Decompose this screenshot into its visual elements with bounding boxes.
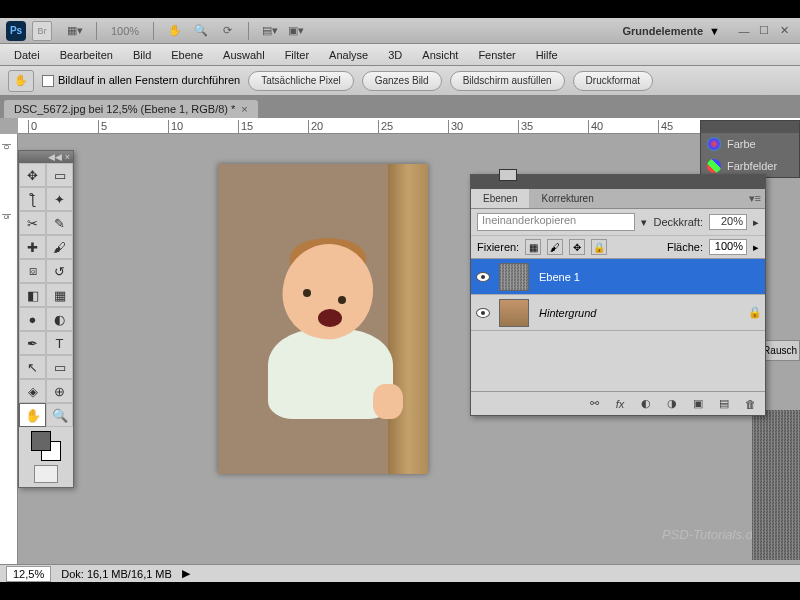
minimize-button[interactable]: — bbox=[737, 24, 751, 38]
close-tab-icon[interactable]: × bbox=[241, 103, 247, 115]
heal-tool[interactable]: ✚ bbox=[19, 235, 46, 259]
blur-tool[interactable]: ● bbox=[19, 307, 46, 331]
options-bar: ✋ Bildlauf in allen Fenstern durchführen… bbox=[0, 66, 800, 96]
arrange-dropdown-icon[interactable]: ▤▾ bbox=[261, 22, 279, 40]
dodge-tool[interactable]: ◐ bbox=[46, 307, 73, 331]
rotate-icon[interactable]: ⟳ bbox=[218, 22, 236, 40]
document-tab[interactable]: DSC_5672.jpg bei 12,5% (Ebene 1, RGB/8) … bbox=[4, 100, 258, 118]
marquee-tool[interactable]: ▭ bbox=[46, 163, 73, 187]
menu-ebene[interactable]: Ebene bbox=[161, 46, 213, 64]
layers-panel-grab[interactable] bbox=[471, 175, 765, 189]
zoom-level[interactable]: 100% bbox=[111, 25, 139, 37]
lock-all-icon[interactable]: 🔒 bbox=[591, 239, 607, 255]
print-size-button[interactable]: Druckformat bbox=[573, 71, 653, 91]
move-tool[interactable]: ✥ bbox=[19, 163, 46, 187]
opacity-input[interactable]: 20% bbox=[709, 214, 747, 230]
swatches-icon bbox=[707, 159, 721, 173]
hand-icon[interactable]: ✋ bbox=[166, 22, 184, 40]
screenmode-dropdown-icon[interactable]: ▣▾ bbox=[287, 22, 305, 40]
crop-tool[interactable]: ✂ bbox=[19, 211, 46, 235]
menu-filter[interactable]: Filter bbox=[275, 46, 319, 64]
fill-chevron-icon[interactable]: ▸ bbox=[753, 241, 759, 254]
menu-3d[interactable]: 3D bbox=[378, 46, 412, 64]
actual-pixels-button[interactable]: Tatsächliche Pixel bbox=[248, 71, 353, 91]
gradient-tool[interactable]: ▦ bbox=[46, 283, 73, 307]
tools-panel-header[interactable]: ◀◀ × bbox=[19, 151, 73, 163]
brush-tool[interactable]: 🖌 bbox=[46, 235, 73, 259]
lock-transparency-icon[interactable]: ▦ bbox=[525, 239, 541, 255]
adjustment-icon[interactable]: ◑ bbox=[663, 396, 681, 412]
close-button[interactable]: ✕ bbox=[777, 24, 791, 38]
layer-thumbnail[interactable] bbox=[499, 299, 529, 327]
layer-row[interactable]: Ebene 1 bbox=[471, 259, 765, 295]
bridge-icon[interactable]: Br bbox=[32, 21, 52, 41]
blendmode-select[interactable]: Ineinanderkopieren bbox=[477, 213, 635, 231]
mask-icon[interactable]: ◐ bbox=[637, 396, 655, 412]
menu-auswahl[interactable]: Auswahl bbox=[213, 46, 275, 64]
tab-korrekturen[interactable]: Korrekturen bbox=[529, 189, 605, 208]
lasso-tool[interactable]: ƪ bbox=[19, 187, 46, 211]
eyedropper-tool[interactable]: ✎ bbox=[46, 211, 73, 235]
type-tool[interactable]: T bbox=[46, 331, 73, 355]
document-canvas[interactable] bbox=[218, 164, 428, 474]
current-tool-icon[interactable]: ✋ bbox=[8, 70, 34, 92]
lock-pixels-icon[interactable]: 🖌 bbox=[547, 239, 563, 255]
new-layer-icon[interactable]: ▤ bbox=[715, 396, 733, 412]
scroll-all-windows-checkbox[interactable]: Bildlauf in allen Fenstern durchführen bbox=[42, 74, 240, 87]
group-icon[interactable]: ▣ bbox=[689, 396, 707, 412]
layout-dropdown-icon[interactable]: ▦▾ bbox=[66, 22, 84, 40]
maximize-button[interactable]: ☐ bbox=[757, 24, 771, 38]
app-logo-icon: Ps bbox=[6, 21, 26, 41]
layer-name[interactable]: Hintergrund bbox=[533, 307, 745, 319]
quickmask-toggle[interactable] bbox=[34, 465, 58, 483]
vertical-ruler: 0 5 bbox=[0, 134, 18, 566]
3d-tool[interactable]: ◈ bbox=[19, 379, 46, 403]
history-brush-tool[interactable]: ↺ bbox=[46, 259, 73, 283]
pen-tool[interactable]: ✒ bbox=[19, 331, 46, 355]
foreground-color-swatch[interactable] bbox=[31, 431, 51, 451]
workspace-switcher[interactable]: Grundelemente bbox=[622, 25, 703, 37]
layer-thumbnail[interactable] bbox=[499, 263, 529, 291]
layer-name[interactable]: Ebene 1 bbox=[533, 271, 765, 283]
horizontal-ruler: 0 5 10 15 20 25 30 35 40 45 bbox=[18, 118, 800, 134]
fill-input[interactable]: 100% bbox=[709, 239, 747, 255]
eraser-tool[interactable]: ◧ bbox=[19, 283, 46, 307]
stamp-tool[interactable]: ⧇ bbox=[19, 259, 46, 283]
link-layers-icon[interactable]: ⚯ bbox=[585, 396, 603, 412]
menu-hilfe[interactable]: Hilfe bbox=[526, 46, 568, 64]
menu-bearbeiten[interactable]: Bearbeiten bbox=[50, 46, 123, 64]
visibility-toggle[interactable] bbox=[471, 272, 495, 282]
panel-menu-icon[interactable]: ▾≡ bbox=[749, 192, 761, 205]
menu-ansicht[interactable]: Ansicht bbox=[412, 46, 468, 64]
tab-ebenen[interactable]: Ebenen bbox=[471, 189, 529, 208]
status-zoom[interactable]: 12,5% bbox=[6, 566, 51, 582]
menu-analyse[interactable]: Analyse bbox=[319, 46, 378, 64]
menu-fenster[interactable]: Fenster bbox=[468, 46, 525, 64]
visibility-toggle[interactable] bbox=[471, 308, 495, 318]
fill-screen-button[interactable]: Bildschirm ausfüllen bbox=[450, 71, 565, 91]
fit-screen-button[interactable]: Ganzes Bild bbox=[362, 71, 442, 91]
color-swatches[interactable] bbox=[31, 431, 61, 461]
shape-tool[interactable]: ▭ bbox=[46, 355, 73, 379]
hand-tool[interactable]: ✋ bbox=[19, 403, 46, 427]
zoom-tool[interactable]: 🔍 bbox=[46, 403, 73, 427]
3d-camera-tool[interactable]: ⊕ bbox=[46, 379, 73, 403]
lock-icon: 🔒 bbox=[745, 306, 765, 319]
color-panel-collapsed[interactable]: Farbe Farbfelder bbox=[700, 120, 800, 178]
menu-datei[interactable]: Datei bbox=[4, 46, 50, 64]
lock-position-icon[interactable]: ✥ bbox=[569, 239, 585, 255]
status-chevron-icon[interactable]: ▶ bbox=[182, 567, 190, 580]
zoom-icon[interactable]: 🔍 bbox=[192, 22, 210, 40]
path-tool[interactable]: ↖ bbox=[19, 355, 46, 379]
wand-tool[interactable]: ✦ bbox=[46, 187, 73, 211]
fx-icon[interactable]: fx bbox=[611, 396, 629, 412]
document-tabs: DSC_5672.jpg bei 12,5% (Ebene 1, RGB/8) … bbox=[0, 96, 800, 118]
noise-panel-tab[interactable]: Rausch bbox=[760, 340, 800, 361]
blendmode-chevron-icon[interactable]: ▾ bbox=[641, 216, 647, 229]
opacity-chevron-icon[interactable]: ▸ bbox=[753, 216, 759, 229]
layer-row[interactable]: Hintergrund 🔒 bbox=[471, 295, 765, 331]
layers-list: Ebene 1 Hintergrund 🔒 bbox=[471, 259, 765, 391]
chevron-down-icon[interactable]: ▼ bbox=[709, 25, 720, 37]
menu-bild[interactable]: Bild bbox=[123, 46, 161, 64]
delete-layer-icon[interactable]: 🗑 bbox=[741, 396, 759, 412]
